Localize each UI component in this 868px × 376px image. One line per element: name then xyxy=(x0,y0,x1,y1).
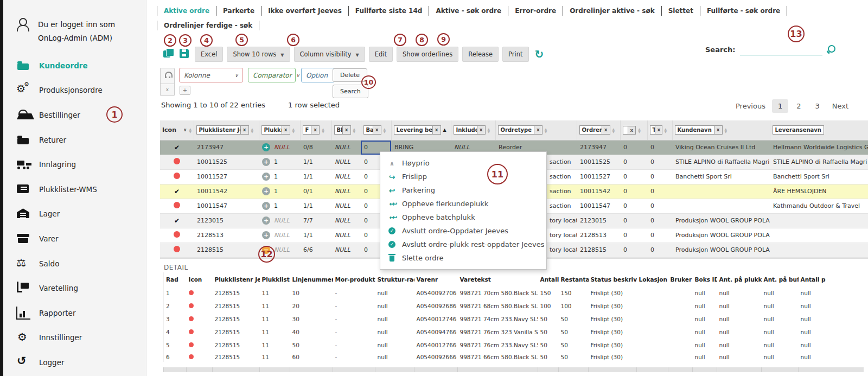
sidebar-item[interactable]: Logger xyxy=(3,350,146,375)
column-header[interactable]: Ordrenr x xyxy=(577,120,620,140)
sidebar-item[interactable]: Innlagring xyxy=(3,152,146,177)
sort-arrows-icon[interactable] xyxy=(251,128,254,133)
sort-arrows-icon[interactable] xyxy=(353,128,356,133)
context-menu-item[interactable]: Høyprio xyxy=(380,156,546,170)
expand-icon[interactable] xyxy=(262,231,270,239)
kolonne-select[interactable]: Kolonne∨ xyxy=(179,68,243,82)
column-filter-box[interactable]: Bl x xyxy=(334,125,351,135)
context-menu-item[interactable]: Frislipp xyxy=(380,170,546,183)
sidebar-item[interactable]: Rapporter xyxy=(3,301,146,326)
excel-button[interactable]: Excel xyxy=(195,47,223,62)
context-menu-item[interactable]: Parkering xyxy=(380,183,546,197)
column-filter-box[interactable]: Kundenavn x xyxy=(675,125,723,135)
column-header[interactable]: Plukklistenr Je x xyxy=(194,120,259,140)
sort-arrows-icon[interactable] xyxy=(189,128,192,133)
clear-filter-button[interactable]: x xyxy=(714,126,722,134)
column-header[interactable]: Levering bet x xyxy=(391,120,451,140)
next-page-button[interactable]: Next xyxy=(828,99,853,113)
column-visibility-dropdown[interactable]: Column visibility▼ xyxy=(294,47,365,62)
filter-magnet-icon[interactable] xyxy=(161,68,174,84)
sidebar-item[interactable]: Saldo xyxy=(3,251,146,276)
column-header[interactable]: Bl x xyxy=(331,120,361,140)
tab[interactable]: Parkerte xyxy=(216,6,261,16)
expand-icon[interactable] xyxy=(262,202,270,210)
expand-icon[interactable] xyxy=(262,143,270,151)
sort-arrows-icon[interactable] xyxy=(292,128,295,133)
context-menu-item[interactable]: Oppheve flerkundeplukk xyxy=(380,197,546,211)
sort-arrows-icon[interactable] xyxy=(665,128,667,133)
sidebar-item[interactable]: Varetelling xyxy=(3,276,146,301)
previous-page-button[interactable]: Previous xyxy=(731,99,770,113)
clear-filter-button[interactable]: x xyxy=(240,126,248,134)
column-filter-box[interactable]: Ordrenr x xyxy=(579,125,610,135)
sort-arrows-icon[interactable] xyxy=(384,128,386,133)
column-header[interactable]: T x xyxy=(647,120,672,140)
sidebar-item[interactable]: Innstillinger xyxy=(3,326,146,350)
clear-filter-button[interactable]: x xyxy=(432,126,441,134)
column-header[interactable]: Ba x xyxy=(361,120,391,140)
column-header[interactable]: x xyxy=(620,120,647,140)
page-number-button[interactable]: 1 xyxy=(772,99,788,113)
column-header[interactable]: Inkluder x xyxy=(451,120,495,140)
tab[interactable]: Aktive - søk ordre xyxy=(429,6,508,16)
release-button[interactable]: Release xyxy=(462,47,499,62)
column-filter-box[interactable]: Plukkm x xyxy=(261,125,290,135)
context-menu-item[interactable]: Avslutt ordre-Oppdater Jeeves xyxy=(380,224,546,238)
expand-icon[interactable] xyxy=(262,216,270,225)
tab[interactable]: Aktive ordre xyxy=(157,6,216,16)
sidebar-item[interactable]: Plukklister-WMS xyxy=(3,177,146,202)
column-filter-box[interactable]: Leveransenavn x xyxy=(773,125,825,135)
sidebar-item[interactable]: Produksjonsordre xyxy=(3,78,146,103)
sort-arrows-icon[interactable] xyxy=(322,128,324,133)
add-filter-button[interactable]: + xyxy=(180,86,190,95)
context-menu-item[interactable]: Slette ordre xyxy=(380,251,546,265)
copy-icon[interactable] xyxy=(163,48,175,60)
clear-filter-button[interactable]: x xyxy=(373,126,381,134)
option-select[interactable]: Option∨ xyxy=(301,68,335,82)
column-header[interactable]: Leveransenavn x xyxy=(770,120,868,140)
edit-button[interactable]: Edit xyxy=(369,47,393,62)
column-filter-box[interactable]: T x xyxy=(650,125,662,135)
column-header[interactable]: F x xyxy=(300,120,331,140)
tab[interactable]: Fullførte siste 14d xyxy=(349,6,430,16)
print-button[interactable]: Print xyxy=(502,47,528,62)
sort-arrows-icon[interactable] xyxy=(638,128,641,133)
clear-filter-button[interactable]: x xyxy=(655,126,662,134)
column-header[interactable]: Kundenavn x xyxy=(672,120,770,140)
filter-remove-button[interactable]: x xyxy=(161,84,174,95)
column-header[interactable]: Ordretype x xyxy=(495,120,577,140)
tab[interactable]: Ordrelinjer ferdige - søk xyxy=(157,21,259,30)
show-rows-dropdown[interactable]: Show 10 rows▼ xyxy=(227,47,290,62)
column-filter-box[interactable]: Levering bet x xyxy=(394,125,441,135)
sidebar-item[interactable]: Varer xyxy=(3,226,146,251)
tab[interactable]: Slettet xyxy=(662,6,700,16)
clear-filter-button[interactable]: x xyxy=(282,126,290,134)
search-input[interactable] xyxy=(740,44,822,55)
column-header-icon[interactable]: Icon∨ xyxy=(160,120,194,140)
refresh-icon[interactable]: ↻ xyxy=(535,49,544,60)
save-icon[interactable] xyxy=(179,48,191,60)
tab[interactable]: Error-ordre xyxy=(508,6,563,16)
column-filter-box[interactable]: Plukklistenr Je x xyxy=(196,125,249,135)
column-filter-box[interactable]: F x xyxy=(303,125,320,135)
column-filter-box[interactable]: Ordretype x xyxy=(498,125,542,135)
sort-arrows-icon[interactable] xyxy=(488,128,490,133)
tab[interactable]: Ikke overført Jeeves xyxy=(261,6,349,16)
expand-icon[interactable] xyxy=(262,158,270,166)
clear-filter-button[interactable]: x xyxy=(628,126,636,134)
page-number-button[interactable]: 2 xyxy=(790,99,807,113)
sort-arrows-icon[interactable] xyxy=(545,128,547,133)
tab[interactable]: Ordrelinjer aktive - søk xyxy=(563,6,661,16)
expand-icon[interactable] xyxy=(262,187,270,195)
column-filter-box[interactable]: Inkluder x xyxy=(454,125,486,135)
clear-filter-button[interactable]: x xyxy=(602,126,610,134)
sidebar-item[interactable]: Lager xyxy=(3,202,146,227)
comparator-select[interactable]: Comparator∨ xyxy=(248,68,296,82)
tab[interactable]: Fullførte - søk ordre xyxy=(700,6,787,16)
sidebar-item[interactable]: Returer xyxy=(3,128,146,152)
sort-arrows-icon[interactable] xyxy=(725,128,727,133)
page-number-button[interactable]: 3 xyxy=(809,99,826,113)
clear-filter-button[interactable]: x xyxy=(534,126,542,134)
search-icon[interactable] xyxy=(827,44,837,55)
show-orderlines-button[interactable]: Show orderlines xyxy=(397,47,458,62)
